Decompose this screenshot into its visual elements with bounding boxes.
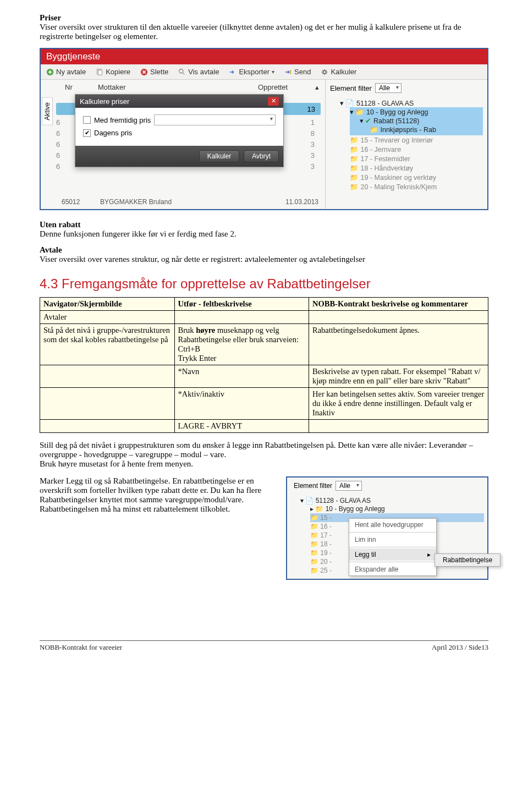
col-nr: Nr — [65, 83, 98, 91]
tree-17[interactable]: 17 - Festemidler — [360, 155, 410, 163]
tree2-item[interactable]: 18 - — [320, 540, 332, 548]
tb-calc[interactable]: Kalkuler — [321, 68, 356, 76]
tb-delete[interactable]: Slette — [140, 68, 168, 76]
tb-export-label: Eksporter — [239, 68, 270, 76]
row-mot: BYGGMAKKER Bruland — [100, 198, 172, 206]
filter-row: Element filter Alle — [330, 83, 483, 93]
btn-kalkuler[interactable]: Kalkuler — [199, 150, 239, 162]
cell — [309, 311, 488, 324]
gear-icon — [321, 68, 328, 76]
table-row: *Aktiv/inaktiv Her kan betingelsen sette… — [40, 388, 488, 420]
tree-16[interactable]: 16 - Jernvare — [360, 146, 401, 153]
element-tree[interactable]: ▾ 📄 51128 - GLAVA AS ▾ 📁 10 - Bygg og An… — [330, 98, 483, 192]
filter-select-2[interactable]: Alle — [336, 481, 362, 491]
heading-priser: Priser — [40, 13, 488, 23]
menu-hent[interactable]: Hent alle hovedgrupper — [349, 519, 436, 531]
tb-new-avtale[interactable]: Ny avtale — [46, 68, 86, 76]
tree2-item[interactable]: 16 - — [320, 523, 332, 530]
btn-avbryt[interactable]: Avbryt — [244, 150, 279, 162]
tb-copy[interactable]: Kopiere — [96, 68, 130, 76]
footer-left: NOBB-Kontrakt for vareeier — [40, 643, 122, 652]
scrollbar-up-icon[interactable]: ▴ — [313, 83, 321, 91]
tree-innk[interactable]: Innkjøpspris - Rab — [380, 126, 436, 134]
svg-point-6 — [323, 70, 326, 73]
para-marker: Marker Legg til og så Rabattbetingelse. … — [40, 476, 271, 514]
th-3: NOBB-Kontrakt beskrivelse og kommentarer — [309, 298, 488, 311]
tree2-item[interactable]: 25 - — [320, 567, 332, 574]
opt-dagens[interactable]: ✔ Dagens pris — [83, 129, 276, 137]
tb-view[interactable]: Vis avtale — [178, 68, 219, 76]
chevron-down-icon: ▾ — [272, 69, 274, 75]
cell: LAGRE - AVBRYT — [174, 420, 309, 433]
menu-lim[interactable]: Lim inn — [349, 534, 436, 546]
menu-ekspander[interactable]: Ekspander alle — [349, 563, 436, 575]
tree-18[interactable]: 18 - Håndverktøy — [360, 164, 413, 172]
context-menu[interactable]: Hent alle hovedgrupper Lim inn Legg til▸… — [349, 518, 437, 576]
tree2-item[interactable]: 17 - — [320, 531, 332, 539]
cell — [40, 420, 175, 433]
th-1: Navigator/Skjermbilde — [40, 298, 175, 311]
cell: Stå på det nivå i gruppe-/varestrukturen… — [40, 324, 175, 365]
sidebar-tab-aktive[interactable]: Aktive — [42, 97, 53, 125]
opt-label-1: Med fremtidig pris — [94, 116, 151, 124]
opt-fremtidig[interactable]: Med fremtidig pris — [83, 114, 276, 125]
filter-label: Element filter — [330, 84, 372, 92]
tree-root[interactable]: 51128 - GLAVA AS — [356, 100, 414, 107]
close-icon[interactable]: ✕ — [268, 97, 279, 106]
tree-19[interactable]: 19 - Maskiner og verktøy — [360, 174, 436, 182]
checkbox-checked-icon[interactable]: ✔ — [83, 129, 91, 137]
tree2-item[interactable]: 10 - Bygg og Anlegg — [326, 505, 385, 513]
app-logo: Byggtjeneste — [41, 49, 487, 64]
dialog-title-bar: Kalkulere priser ✕ — [75, 95, 283, 108]
cell — [174, 311, 309, 324]
tb-delete-label: Slette — [150, 68, 168, 76]
table-row: LAGRE - AVBRYT — [40, 420, 488, 433]
plus-icon — [46, 68, 54, 76]
table-row: Stå på det nivå i gruppe-/varestrukturen… — [40, 324, 488, 365]
tb-new-label: Ny avtale — [56, 68, 86, 76]
tree2-root[interactable]: 51128 - GLAVA AS — [316, 497, 371, 504]
heading-4-3: 4.3 Fremgangsmåte for opprettelse av Rab… — [40, 276, 488, 292]
heading-uten-rabatt: Uten rabatt — [40, 220, 488, 229]
menu-leggtil[interactable]: Legg til▸ — [349, 548, 436, 561]
tree-panel: Element filter Alle ▾ 📄 51128 - GLAVA AS… — [326, 80, 487, 209]
tb-view-label: Vis avtale — [188, 68, 219, 76]
search-icon — [178, 68, 186, 76]
para-priser: Viser oversikt over strukturen til den a… — [40, 23, 488, 41]
date-combo[interactable] — [154, 114, 276, 125]
col-mottaker: Mottaker — [98, 83, 258, 91]
th-2: Utfør - feltbeskrivelse — [174, 298, 309, 311]
row-date: 11.03.2013 — [285, 198, 318, 206]
dialog-title: Kalkulere priser — [80, 97, 129, 106]
screenshot-kalkulere: Byggtjeneste Ny avtale Kopiere Slette Vi… — [40, 48, 488, 210]
tb-export[interactable]: Eksporter▾ — [229, 68, 274, 76]
page-footer: NOBB-Kontrakt for vareeier April 2013 / … — [40, 643, 488, 652]
filter-select[interactable]: Alle — [375, 83, 402, 93]
submenu[interactable]: Rabattbetingelse — [435, 553, 501, 567]
submenu-rabatt[interactable]: Rabattbetingelse — [435, 554, 500, 566]
tree2-item[interactable]: 15 - — [320, 514, 332, 522]
cell — [40, 365, 175, 388]
tree-rabatt[interactable]: Rabatt (51128) — [373, 117, 419, 125]
tree-15[interactable]: 15 - Trevarer og Interiør — [360, 136, 433, 144]
cell: Bruk høyre museknapp og velg Rabattbetin… — [174, 324, 309, 365]
delete-icon — [140, 68, 148, 76]
tree2-item[interactable]: 20 - — [320, 558, 332, 566]
cell: Rabattbetingelsedokument åpnes. — [309, 324, 488, 365]
shot1-body: Aktive Nr Mottaker Opprettet ▴ 13 61 68 … — [41, 80, 487, 209]
tree-10[interactable]: 10 - Bygg og Anlegg — [366, 108, 428, 116]
footer-right: April 2013 / Side13 — [432, 643, 488, 652]
tb-send[interactable]: Send — [284, 68, 311, 76]
filter-label: Element filter — [294, 482, 332, 490]
col-opprettet: Opprettet — [258, 83, 313, 91]
tb-send-label: Send — [294, 68, 311, 76]
row-nr: 65012 — [62, 198, 80, 206]
procedure-table: Navigator/Skjermbilde Utfør - feltbeskri… — [40, 297, 488, 433]
checkbox-icon[interactable] — [83, 116, 91, 124]
screenshot-contextmenu: Element filter Alle ▾ 📄 51128 - GLAVA AS… — [286, 476, 488, 580]
tree2-item[interactable]: 19 - — [320, 549, 332, 557]
tree-20[interactable]: 20 - Maling Teknisk/Kjem — [360, 183, 437, 191]
export-icon — [229, 68, 237, 76]
grid-bottom-row: 65012 BYGGMAKKER Bruland 11.03.2013 — [62, 198, 318, 206]
table-row: Avtaler — [40, 311, 488, 324]
